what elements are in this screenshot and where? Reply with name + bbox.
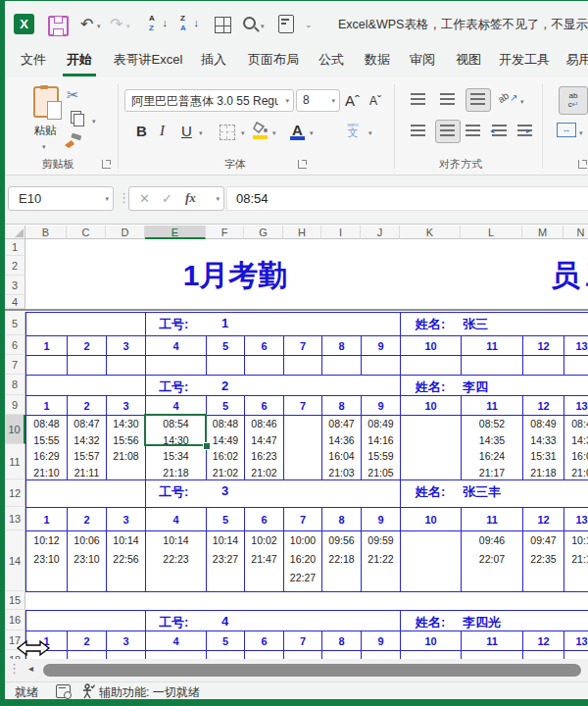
time-cell-I[interactable] xyxy=(321,356,361,375)
employee-name-value[interactable]: 李四 xyxy=(463,378,488,396)
merge-dropdown-icon[interactable]: ▾ xyxy=(579,129,583,136)
row-header-12[interactable]: 12 xyxy=(5,479,25,507)
column-header-K[interactable]: K xyxy=(400,226,461,239)
undo-icon[interactable]: ↶ xyxy=(80,17,93,32)
time-cell-L[interactable] xyxy=(461,651,522,659)
day-cell-K[interactable]: 10 xyxy=(400,396,461,415)
time-cell-N[interactable] xyxy=(564,651,588,659)
paste-button[interactable]: 粘贴 xyxy=(27,124,63,138)
day-cell-J[interactable]: 9 xyxy=(361,508,400,530)
time-cell-C[interactable] xyxy=(67,651,106,659)
time-cell-M[interactable]: 09:4722:35 xyxy=(522,531,564,591)
align-middle-icon[interactable] xyxy=(440,93,455,106)
day-cell-K[interactable]: 10 xyxy=(400,508,461,530)
day-cell-G[interactable]: 6 xyxy=(244,631,283,650)
day-cell-N[interactable]: 13 xyxy=(564,396,588,415)
time-cell-D[interactable]: 10:1422:56 xyxy=(106,531,145,591)
cancel-icon[interactable]: ✕ xyxy=(139,191,150,206)
day-cell-F[interactable]: 5 xyxy=(206,396,244,415)
align-center-button[interactable] xyxy=(435,120,461,143)
search-icon[interactable] xyxy=(243,17,256,29)
align-bottom-button[interactable] xyxy=(466,88,491,112)
time-cell-G[interactable] xyxy=(244,356,283,375)
time-cell-F[interactable] xyxy=(206,356,244,375)
day-cell-E[interactable]: 4 xyxy=(145,396,206,415)
day-cell-J[interactable]: 9 xyxy=(361,336,400,355)
time-cell-J[interactable]: 08:4914:1615:5921:05 xyxy=(361,416,400,479)
time-cell-K[interactable] xyxy=(400,651,461,659)
row-header-3[interactable]: 3 xyxy=(5,276,25,295)
name-box[interactable]: E10▾ xyxy=(8,186,114,211)
day-cell-L[interactable]: 11 xyxy=(461,396,522,415)
time-cell-L[interactable]: 09:4622:07 xyxy=(461,531,522,591)
day-cell-I[interactable]: 8 xyxy=(321,396,361,415)
row-header-4[interactable]: 4 xyxy=(5,295,25,309)
column-header-G[interactable]: G xyxy=(244,226,283,239)
day-cell-D[interactable]: 3 xyxy=(106,336,145,355)
decrease-indent-icon[interactable] xyxy=(492,125,507,137)
copy-dropdown-icon[interactable]: ▾ xyxy=(92,118,96,125)
tab-7[interactable]: 数据 xyxy=(365,51,390,69)
day-cell-E[interactable]: 4 xyxy=(145,631,206,650)
phonetic-guide-icon[interactable]: wén文 xyxy=(343,122,363,138)
row-header-14[interactable]: 14 xyxy=(5,530,25,591)
sort-descending-icon[interactable]: ZA↓ xyxy=(180,15,200,34)
time-cell-I[interactable] xyxy=(321,651,361,659)
day-cell-E[interactable]: 4 xyxy=(145,336,206,355)
time-cell-L[interactable]: 08:5214:3516:2421:17 xyxy=(461,416,522,479)
time-cell-H[interactable] xyxy=(283,356,321,375)
column-header-B[interactable]: B xyxy=(25,226,67,239)
column-header-H[interactable]: H xyxy=(283,226,321,239)
time-cell-K[interactable] xyxy=(400,416,461,479)
time-cell-G[interactable]: 10:0221:47 xyxy=(244,531,283,591)
font-dialog-launcher-icon[interactable] xyxy=(298,160,307,169)
day-cell-D[interactable]: 3 xyxy=(106,396,145,415)
formula-input[interactable]: 08:54 xyxy=(226,186,588,211)
column-header-E[interactable]: E xyxy=(145,226,206,239)
underline-dropdown-icon[interactable]: ▾ xyxy=(199,129,203,136)
time-cell-F[interactable]: 10:1423:27 xyxy=(206,531,244,591)
day-cell-M[interactable]: 12 xyxy=(522,336,564,355)
column-header-N[interactable]: N xyxy=(564,226,588,239)
day-cell-J[interactable]: 9 xyxy=(361,631,400,650)
day-cell-L[interactable]: 11 xyxy=(461,336,522,355)
employee-id-value[interactable]: 4 xyxy=(221,614,228,629)
day-cell-G[interactable]: 6 xyxy=(244,336,283,355)
row-header-1[interactable]: 1 xyxy=(5,239,25,256)
time-cell-B[interactable]: 08:4815:5516:2921:10 xyxy=(25,416,67,479)
day-cell-G[interactable]: 6 xyxy=(244,508,283,530)
enter-icon[interactable]: ✓ xyxy=(162,191,172,206)
time-cell-C[interactable]: 08:4714:3215:5721:11 xyxy=(67,416,106,479)
fill-dropdown-icon[interactable]: ▾ xyxy=(272,129,276,136)
day-cell-D[interactable]: 3 xyxy=(106,631,145,650)
fx-dropdown-icon[interactable]: ▾ xyxy=(216,195,220,203)
column-header-L[interactable]: L xyxy=(461,226,522,239)
time-cell-N[interactable]: 10:121:1 xyxy=(564,531,588,591)
scroll-left-icon[interactable]: ◂ xyxy=(28,663,33,674)
day-cell-B[interactable]: 1 xyxy=(25,336,67,355)
clipboard-dialog-launcher-icon[interactable] xyxy=(102,160,111,169)
tab-1[interactable]: 文件 xyxy=(21,51,46,69)
paste-dropdown-icon[interactable]: ▾ xyxy=(42,143,46,150)
day-cell-D[interactable]: 3 xyxy=(106,508,145,530)
time-cell-J[interactable] xyxy=(361,356,400,375)
qat-more-icon[interactable]: ⌄ xyxy=(305,22,313,28)
day-cell-F[interactable]: 5 xyxy=(206,336,244,355)
day-cell-K[interactable]: 10 xyxy=(400,631,461,650)
column-header-M[interactable]: M xyxy=(522,226,564,239)
time-cell-D[interactable]: 14:3015:5621:08 xyxy=(106,416,145,479)
sort-ascending-icon[interactable]: AZ↓ xyxy=(149,15,169,34)
orientation-dropdown-icon[interactable]: ▾ xyxy=(520,98,524,105)
row-header-15[interactable]: 15 xyxy=(5,591,25,610)
time-cell-K[interactable] xyxy=(400,531,461,591)
time-cell-J[interactable]: 09:5921:22 xyxy=(361,531,400,591)
align-dialog-launcher-icon[interactable] xyxy=(578,160,587,169)
tab-9[interactable]: 视图 xyxy=(456,51,481,69)
italic-button[interactable]: I xyxy=(160,123,165,139)
borders-dropdown-icon[interactable]: ▾ xyxy=(241,129,245,136)
time-cell-N[interactable] xyxy=(564,356,588,375)
align-top-icon[interactable] xyxy=(411,93,425,106)
day-cell-B[interactable]: 1 xyxy=(25,508,67,530)
scrollbar-grip-icon[interactable]: ⋮ xyxy=(8,661,21,676)
employee-name-value[interactable]: 张三丰 xyxy=(463,483,501,501)
